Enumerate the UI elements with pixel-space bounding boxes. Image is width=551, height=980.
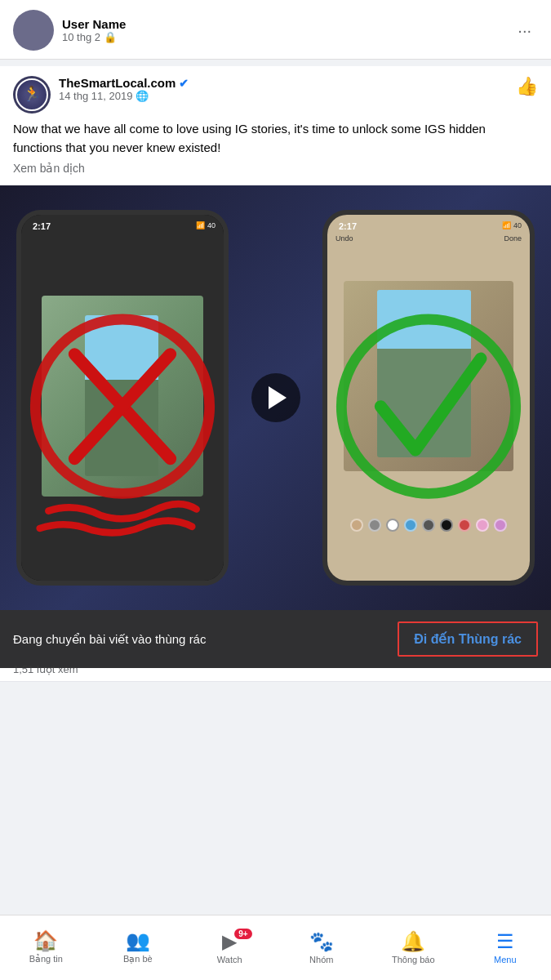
swatch-red [458,519,471,532]
bottom-spacer [0,682,551,747]
notifications-icon: 🔔 [401,932,425,951]
post2-header: 🏃 TheSmartLocal.com ✔ 14 thg 11, 2019 🌐 … [0,66,551,120]
video-frame: 2:17 📶 40 [0,185,551,610]
watch-badge: 9+ [234,929,251,939]
phone-signal-left: 📶 40 [196,221,216,229]
nav-label-friends: Bạn bè [123,954,153,964]
like-icon: 👍 [516,76,538,96]
nav-item-groups[interactable]: 🐾 Nhóm [276,927,368,969]
avatar [13,10,54,51]
phone-signal-right: 📶 40 [502,221,522,229]
phone-screen-left: 2:17 📶 40 [21,215,224,581]
post-header-1: User Name 10 thg 2 🔒 ··· [13,10,538,51]
privacy-icon: 🔒 [104,31,117,43]
nav-item-notifications[interactable]: 🔔 Thông báo [367,927,460,969]
logo-figure: 🏃 [23,86,41,104]
groups-icon: 🐾 [309,932,334,951]
red-x-svg [21,215,224,581]
post-text: Now that we have all come to love using … [0,120,551,185]
toolbar-done: Done [504,234,522,243]
svg-point-3 [341,319,515,493]
swatch-white [386,519,399,532]
play-triangle-icon [269,386,287,409]
toolbar-undo: Undo [335,234,353,243]
page-privacy-icon: 🌐 [136,90,149,102]
nav-label-home: Bảng tin [29,954,63,964]
post-date: 10 thg 2 🔒 [62,31,511,43]
view-count-area: 1,51 lượt xem [0,668,551,682]
post-meta: User Name 10 thg 2 🔒 [62,17,511,43]
phone-time-left: 2:17 [33,221,51,231]
nav-label-notifications: Thông báo [392,955,435,964]
nav-item-menu[interactable]: ☰ Menu [460,927,552,969]
phone-body-left: 2:17 📶 40 [16,210,229,586]
translate-link[interactable]: Xem bản dịch [13,160,538,177]
like-button[interactable]: 👍 [516,76,538,97]
swatch-purple [494,519,507,532]
nav-label-groups: Nhóm [309,955,333,964]
post-card-1: User Name 10 thg 2 🔒 ··· [0,0,551,60]
more-options-button[interactable]: ··· [511,18,538,43]
page-name: TheSmartLocal.com ✔ [59,76,516,90]
nav-item-watch[interactable]: 9+ ▶ Watch [184,927,276,969]
swatch-dark [422,519,435,532]
page-meta: TheSmartLocal.com ✔ 14 thg 11, 2019 🌐 [59,76,516,102]
toolbar-bar: Undo Done [327,234,530,243]
nav-item-home[interactable]: 🏠 Bảng tin [0,926,92,969]
post-text-content: Now that we have all come to love using … [13,120,538,157]
phone-left: 2:17 📶 40 [16,210,229,586]
menu-icon: ☰ [496,932,514,951]
phone-screen-right: 2:17 📶 40 Undo Done [327,215,530,581]
swatch-black [440,519,453,532]
toast-message: Đang chuyển bài viết vào thùng rác [13,630,398,648]
page-logo: 🏃 [13,76,51,114]
phone-time-right: 2:17 [339,221,357,231]
page-date: 14 thg 11, 2019 🌐 [59,90,516,102]
swatch-blue [404,519,417,532]
page-name-text: TheSmartLocal.com [59,76,176,90]
post-author: User Name [62,17,511,31]
play-button[interactable] [251,373,300,422]
phone-right: 2:17 📶 40 Undo Done [322,210,535,586]
date-text: 10 thg 2 [62,31,100,43]
swatch-tan [350,519,363,532]
color-swatch-bar [350,519,507,532]
swatch-pink [476,519,489,532]
nav-label-menu: Menu [494,955,517,964]
home-icon: 🏠 [33,931,58,951]
verified-icon: ✔ [179,77,189,90]
nav-item-friends[interactable]: 👥 Bạn bè [92,926,184,969]
toast-notification: Đang chuyển bài viết vào thùng rác Đi đế… [0,610,551,668]
toast-action-button[interactable]: Đi đến Thùng rác [398,621,538,657]
nav-label-watch: Watch [217,955,242,964]
swatch-gray [368,519,381,532]
bottom-nav: 🏠 Bảng tin 👥 Bạn bè 9+ ▶ Watch 🐾 Nhóm 🔔 … [0,915,551,980]
video-container[interactable]: 2:17 📶 40 [0,185,551,682]
phone-body-right: 2:17 📶 40 Undo Done [322,210,535,586]
page-date-text: 14 thg 11, 2019 [59,90,132,102]
friends-icon: 👥 [126,931,150,951]
post-card-2: 🏃 TheSmartLocal.com ✔ 14 thg 11, 2019 🌐 … [0,66,551,682]
